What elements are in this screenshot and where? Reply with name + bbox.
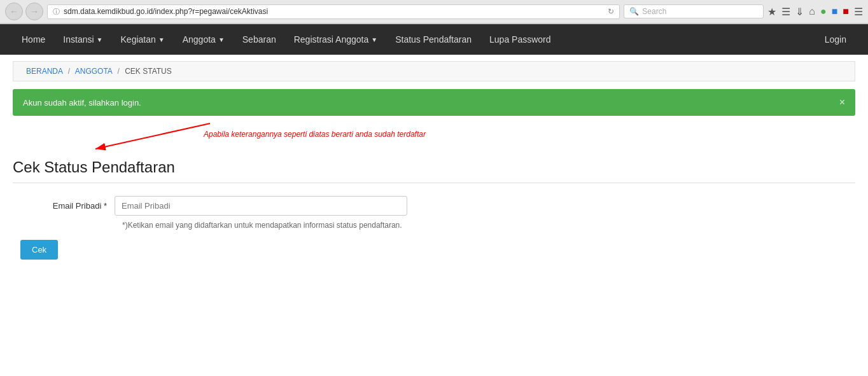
email-input[interactable] xyxy=(115,196,407,216)
bookmark-star-icon[interactable]: ★ xyxy=(767,6,776,18)
refresh-button[interactable]: ↻ xyxy=(608,7,614,16)
breadcrumb-home[interactable]: BERANDA xyxy=(26,67,62,76)
annotation-area: Apabila keterangannya seperti diatas ber… xyxy=(13,123,855,158)
title-divider xyxy=(13,183,855,183)
search-bar[interactable]: 🔍 Search xyxy=(624,4,764,18)
alert-close-button[interactable]: × xyxy=(839,97,845,108)
lock-icon: ⓘ xyxy=(53,7,60,17)
form-hint: *)Ketikan email yang didaftarkan untuk m… xyxy=(122,221,855,230)
browser-icons: ★ ☰ ⇓ ⌂ ● ■ ■ ☰ xyxy=(767,6,863,18)
nav-sebaran[interactable]: Sebaran xyxy=(234,24,285,55)
nav-instansi[interactable]: Instansi ▼ xyxy=(54,24,111,55)
page-title: Cek Status Pendaftaran xyxy=(13,158,855,176)
vpn-icon[interactable]: ● xyxy=(820,6,827,17)
svg-line-1 xyxy=(95,123,210,149)
breadcrumb-parent[interactable]: ANGGOTA xyxy=(75,67,112,76)
nav-kegiatan[interactable]: Kegiatan ▼ xyxy=(112,24,174,55)
browser-chrome: ← → ⓘ sdm.data.kemdikbud.go.id/index.php… xyxy=(0,0,868,24)
search-icon: 🔍 xyxy=(629,7,639,16)
nav-anggota[interactable]: Anggota ▼ xyxy=(174,24,234,55)
annotation-text: Apabila keterangannya seperti diatas ber… xyxy=(204,130,426,139)
nav-status-pendaftaran[interactable]: Status Pendaftaran xyxy=(386,24,480,55)
annotation-arrow xyxy=(76,117,216,155)
download-icon[interactable]: ⇓ xyxy=(795,6,804,18)
browser-toolbar: ← → ⓘ sdm.data.kemdikbud.go.id/index.php… xyxy=(0,0,868,24)
breadcrumb-sep-1: / xyxy=(68,67,70,76)
back-button[interactable]: ← xyxy=(5,3,23,20)
breadcrumb-sep-2: / xyxy=(118,67,120,76)
shield-icon[interactable]: ■ xyxy=(832,6,838,17)
reading-list-icon[interactable]: ☰ xyxy=(781,6,790,18)
nav-registrasi[interactable]: Registrasi Anggota ▼ xyxy=(285,24,386,55)
ublock-icon[interactable]: ■ xyxy=(843,6,849,17)
nav-buttons: ← → xyxy=(5,3,43,20)
search-placeholder: Search xyxy=(642,7,666,16)
kegiatan-dropdown-arrow: ▼ xyxy=(158,36,165,43)
home-icon[interactable]: ⌂ xyxy=(809,6,815,17)
nav-login[interactable]: Login xyxy=(816,24,855,55)
page-content: Akun sudah aktif, silahkan login. × Apab… xyxy=(0,89,868,260)
nav-home[interactable]: Home xyxy=(13,24,54,55)
anggota-dropdown-arrow: ▼ xyxy=(218,36,225,43)
email-label: Email Pribadi * xyxy=(13,196,115,211)
menu-icon[interactable]: ☰ xyxy=(854,6,863,18)
registrasi-dropdown-arrow: ▼ xyxy=(371,36,377,43)
instansi-dropdown-arrow: ▼ xyxy=(97,36,103,43)
nav-lupa-password[interactable]: Lupa Password xyxy=(480,24,560,55)
cek-status-form: Email Pribadi * *)Ketikan email yang did… xyxy=(13,196,855,260)
breadcrumb-current: CEK STATUS xyxy=(125,67,172,76)
address-bar[interactable]: ⓘ sdm.data.kemdikbud.go.id/index.php?r=p… xyxy=(47,4,620,19)
alert-message: Akun sudah aktif, silahkan login. xyxy=(23,98,141,108)
alert-success: Akun sudah aktif, silahkan login. × xyxy=(13,89,855,116)
breadcrumb: BERANDA / ANGGOTA / CEK STATUS xyxy=(13,61,855,81)
main-navigation: Home Instansi ▼ Kegiatan ▼ Anggota ▼ Seb… xyxy=(0,24,868,55)
forward-button[interactable]: → xyxy=(25,3,43,20)
cek-button[interactable]: Cek xyxy=(20,240,58,260)
email-form-group: Email Pribadi * xyxy=(13,196,855,216)
url-text: sdm.data.kemdikbud.go.id/index.php?r=peg… xyxy=(64,7,604,16)
